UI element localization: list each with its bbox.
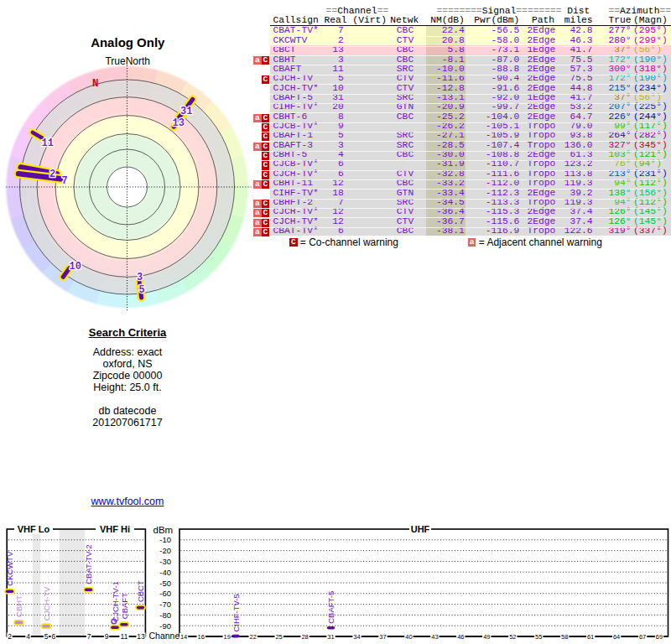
svg-text:10: 10 [70, 261, 81, 273]
svg-text:25: 25 [275, 633, 282, 641]
svg-text:28: 28 [301, 633, 308, 641]
svg-text:CBAFT-5: CBAFT-5 [326, 591, 336, 624]
svg-text:TrueNorth: TrueNorth [105, 55, 150, 67]
svg-text:CBCT: CBCT [136, 580, 145, 602]
svg-text:7: 7 [62, 175, 68, 187]
svg-text:6: 6 [51, 632, 55, 641]
svg-text:64: 64 [613, 633, 620, 641]
svg-text:46: 46 [457, 633, 464, 641]
svg-text:CJCH-TV: CJCH-TV [42, 586, 51, 621]
svg-text:VHF Lo: VHF Lo [18, 524, 50, 534]
svg-text:37: 37 [379, 633, 386, 641]
svg-text:-50: -50 [159, 579, 171, 588]
svg-text:52: 52 [509, 633, 516, 641]
svg-text:-80: -80 [159, 610, 171, 620]
svg-text:43: 43 [431, 633, 438, 641]
svg-text:-10: -10 [159, 535, 171, 544]
svg-text:13: 13 [173, 117, 185, 129]
svg-text:40: 40 [405, 633, 412, 641]
svg-text:VHF Hi: VHF Hi [100, 524, 130, 534]
svg-text:Channel: Channel [149, 631, 182, 641]
svg-text:11: 11 [121, 632, 128, 641]
svg-text:67: 67 [639, 633, 646, 641]
svg-text:5: 5 [44, 632, 49, 641]
svg-text:2: 2 [8, 632, 12, 641]
svg-text:-20: -20 [159, 546, 171, 555]
svg-text:2: 2 [49, 169, 55, 180]
svg-text:16: 16 [198, 633, 205, 641]
svg-text:-60: -60 [159, 589, 171, 598]
svg-text:49: 49 [483, 633, 490, 641]
svg-text:Analog Only: Analog Only [91, 35, 165, 49]
svg-text:3: 3 [137, 272, 143, 283]
svg-text:14: 14 [180, 633, 187, 641]
svg-text:11: 11 [42, 138, 54, 149]
svg-text:9: 9 [105, 632, 109, 641]
svg-text:69: 69 [656, 633, 663, 641]
svg-text:UHF: UHF [411, 524, 430, 534]
svg-text:dBm: dBm [153, 525, 174, 535]
svg-text:-40: -40 [159, 568, 171, 577]
svg-text:34: 34 [353, 633, 360, 641]
svg-text:CIHF-TV-5: CIHF-TV-5 [231, 594, 241, 631]
svg-text:61: 61 [587, 633, 594, 641]
svg-text:19: 19 [224, 633, 231, 641]
svg-text:CJCH-TV-1: CJCH-TV-1 [111, 581, 120, 622]
svg-text:CKCWTV: CKCWTV [5, 551, 14, 586]
svg-text:7: 7 [87, 632, 91, 641]
svg-text:-90: -90 [159, 621, 171, 631]
svg-text:13: 13 [137, 632, 145, 641]
svg-text:31: 31 [327, 633, 334, 641]
svg-text:-30: -30 [159, 557, 171, 566]
svg-text:CBAFT: CBAFT [120, 593, 129, 619]
svg-text:CBAT-TV-2: CBAT-TV-2 [84, 544, 93, 584]
svg-text:N: N [92, 78, 99, 90]
svg-text:55: 55 [535, 633, 542, 641]
svg-text:58: 58 [561, 633, 568, 641]
svg-text:22: 22 [250, 633, 257, 641]
svg-text:-70: -70 [159, 600, 171, 609]
svg-text:CBHT: CBHT [14, 595, 23, 617]
svg-text:5: 5 [139, 284, 145, 296]
svg-text:4: 4 [26, 632, 30, 641]
svg-text:31: 31 [180, 106, 192, 117]
